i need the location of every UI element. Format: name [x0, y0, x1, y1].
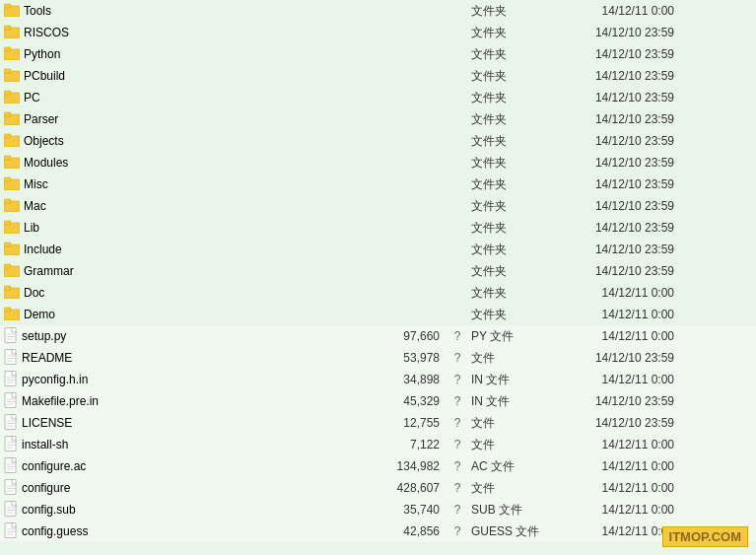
- file-size: 53,978: [369, 351, 447, 365]
- list-item[interactable]: Tools文件夹14/12/11 0:00: [0, 0, 756, 22]
- file-type-label: IN 文件: [467, 393, 546, 410]
- folder-icon: [4, 46, 20, 63]
- list-item[interactable]: Modules文件夹14/12/10 23:59: [0, 152, 756, 173]
- watermark: ITMOP.COM: [662, 526, 748, 547]
- file-date: 14/12/10 23:59: [546, 156, 674, 170]
- file-type-label: 文件夹: [467, 176, 546, 193]
- svg-rect-13: [4, 134, 11, 138]
- item-name-label: Doc: [24, 286, 44, 300]
- list-item[interactable]: PC文件夹14/12/10 23:59: [0, 87, 756, 108]
- item-name-label: RISCOS: [24, 26, 69, 39]
- file-type-label: 文件夹: [467, 46, 546, 63]
- item-name-label: Modules: [24, 156, 68, 170]
- list-item[interactable]: configure428,607?文件14/12/11 0:00: [0, 477, 756, 499]
- file-name: Misc: [4, 176, 369, 193]
- file-date: 14/12/11 0:00: [546, 329, 674, 343]
- file-type-label: 文件夹: [467, 220, 546, 237]
- list-item[interactable]: Demo文件夹14/12/11 0:00: [0, 304, 756, 325]
- file-attr: ?: [447, 524, 467, 538]
- file-icon: [4, 522, 18, 541]
- list-item[interactable]: Objects文件夹14/12/10 23:59: [0, 130, 756, 152]
- file-date: 14/12/10 23:59: [546, 134, 674, 148]
- file-attr: ?: [447, 394, 467, 408]
- file-name: setup.py: [4, 327, 369, 346]
- list-item[interactable]: README53,978?文件14/12/10 23:59: [0, 347, 756, 369]
- file-icon: [4, 327, 18, 346]
- list-item[interactable]: Misc文件夹14/12/10 23:59: [0, 173, 756, 195]
- folder-icon: [4, 155, 20, 172]
- file-attr: ?: [447, 503, 467, 517]
- list-item[interactable]: RISCOS文件夹14/12/10 23:59: [0, 22, 756, 43]
- file-name: pyconfig.h.in: [4, 371, 369, 389]
- file-size: 97,660: [369, 329, 447, 343]
- list-item[interactable]: Grammar文件夹14/12/10 23:59: [0, 260, 756, 282]
- file-icon: [4, 392, 18, 411]
- file-name: configure.ac: [4, 457, 369, 476]
- file-type-label: 文件: [467, 350, 546, 367]
- list-item[interactable]: Include文件夹14/12/10 23:59: [0, 239, 756, 260]
- list-item[interactable]: LICENSE12,755?文件14/12/10 23:59: [0, 412, 756, 434]
- file-size: 35,740: [369, 503, 447, 517]
- list-item[interactable]: Mac文件夹14/12/10 23:59: [0, 195, 756, 217]
- item-name-label: PC: [24, 91, 40, 104]
- file-date: 14/12/11 0:00: [546, 286, 674, 300]
- item-name-label: configure.ac: [22, 459, 86, 473]
- svg-rect-34: [5, 349, 16, 364]
- file-name: Doc: [4, 285, 369, 302]
- file-date: 14/12/10 23:59: [546, 26, 674, 39]
- file-date: 14/12/10 23:59: [546, 221, 674, 235]
- file-name: Include: [4, 242, 369, 258]
- list-item[interactable]: Lib文件夹14/12/10 23:59: [0, 217, 756, 239]
- list-item[interactable]: Parser文件夹14/12/10 23:59: [0, 108, 756, 130]
- file-type-label: 文件: [467, 437, 546, 453]
- svg-rect-54: [5, 457, 16, 472]
- folder-icon: [4, 111, 20, 128]
- svg-rect-58: [5, 479, 16, 494]
- list-item[interactable]: config.sub35,740?SUB 文件14/12/11 0:00: [0, 499, 756, 520]
- file-name: Lib: [4, 220, 369, 237]
- folder-icon: [4, 285, 20, 302]
- svg-rect-15: [4, 156, 11, 160]
- file-type-label: 文件夹: [467, 155, 546, 172]
- svg-rect-11: [4, 112, 11, 116]
- item-name-label: Include: [24, 243, 62, 256]
- file-date: 14/12/11 0:00: [546, 459, 674, 473]
- item-name-label: Python: [24, 47, 60, 61]
- list-item[interactable]: Python文件夹14/12/10 23:59: [0, 43, 756, 65]
- list-item[interactable]: Makefile.pre.in45,329?IN 文件14/12/10 23:5…: [0, 390, 756, 412]
- item-name-label: Tools: [24, 4, 51, 18]
- file-attr: ?: [447, 351, 467, 365]
- item-name-label: configure: [22, 481, 70, 495]
- file-size: 34,898: [369, 373, 447, 386]
- file-name: PCbuild: [4, 68, 369, 85]
- file-name: Parser: [4, 111, 369, 128]
- file-name: install-sh: [4, 436, 369, 454]
- file-size: 45,329: [369, 394, 447, 408]
- folder-icon: [4, 263, 20, 280]
- svg-rect-27: [4, 286, 11, 290]
- item-name-label: setup.py: [22, 329, 66, 343]
- list-item[interactable]: setup.py97,660?PY 文件14/12/11 0:00: [0, 325, 756, 347]
- file-type-label: 文件夹: [467, 242, 546, 258]
- file-date: 14/12/10 23:59: [546, 69, 674, 83]
- svg-rect-50: [5, 436, 16, 451]
- list-item[interactable]: Doc文件夹14/12/11 0:00: [0, 282, 756, 304]
- file-type-label: 文件: [467, 480, 546, 497]
- folder-icon: [4, 220, 20, 237]
- file-icon: [4, 349, 18, 368]
- file-name: Modules: [4, 155, 369, 172]
- list-item[interactable]: configure.ac134,982?AC 文件14/12/11 0:00: [0, 455, 756, 477]
- svg-rect-42: [5, 392, 16, 407]
- list-item[interactable]: pyconfig.h.in34,898?IN 文件14/12/11 0:00: [0, 369, 756, 390]
- file-type-label: AC 文件: [467, 458, 546, 475]
- file-attr: ?: [447, 481, 467, 495]
- file-name: Grammar: [4, 263, 369, 280]
- folder-icon: [4, 90, 20, 106]
- list-item[interactable]: PCbuild文件夹14/12/10 23:59: [0, 65, 756, 87]
- list-item[interactable]: install-sh7,122?文件14/12/11 0:00: [0, 434, 756, 455]
- file-attr: ?: [447, 459, 467, 473]
- svg-rect-29: [4, 308, 11, 312]
- list-item[interactable]: config.guess42,856?GUESS 文件14/12/11 0:00: [0, 520, 756, 542]
- svg-rect-23: [4, 243, 11, 246]
- file-date: 14/12/10 23:59: [546, 394, 674, 408]
